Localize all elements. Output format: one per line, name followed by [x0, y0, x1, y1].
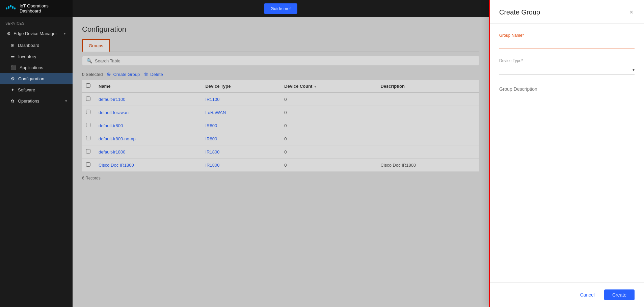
applications-icon: ⬛ — [11, 65, 16, 70]
sidebar-item-label: Software — [18, 87, 35, 92]
select-all-checkbox[interactable] — [86, 83, 90, 88]
search-input[interactable] — [95, 58, 475, 63]
sidebar-item-dashboard[interactable]: ⊞ Dashboard — [0, 40, 73, 51]
sidebar-item-label: Operations — [18, 99, 39, 104]
row-device-type[interactable]: IR1800 — [205, 149, 219, 155]
topbar: Guide me! — [73, 0, 489, 17]
group-description-field — [499, 84, 635, 94]
create-group-button[interactable]: ⊕ Create Group — [107, 71, 140, 77]
row-name[interactable]: Cisco Doc IR1800 — [99, 163, 134, 168]
sidebar-item-label: Inventory — [18, 54, 36, 59]
row-device-type[interactable]: IR800 — [205, 136, 217, 141]
device-type-field: Device Type* IR1100 LoRaWAN IR800 IR1800… — [499, 58, 635, 75]
row-device-count: 0 — [280, 159, 376, 172]
row-checkbox[interactable] — [86, 162, 90, 167]
row-description — [377, 132, 480, 145]
sidebar-item-software[interactable]: ✦ Software — [0, 84, 73, 95]
row-checkbox[interactable] — [86, 96, 90, 101]
content-overlay: Configuration Groups 🔍 0 Selected ⊕ — [73, 17, 489, 307]
table-row: default-ir1800 IR1800 0 — [82, 145, 479, 159]
device-type-label: Device Type* — [499, 58, 635, 63]
create-button[interactable]: Create — [604, 289, 635, 300]
table-row: default-ir1100 IR1100 0 — [82, 92, 479, 106]
sidebar-service-edge-device-manager[interactable]: ⚙ Edge Device Manager ▾ — [1, 28, 71, 39]
cancel-button[interactable]: Cancel — [574, 289, 600, 300]
sidebar-item-operations[interactable]: ✿ Operations ▾ — [0, 95, 73, 107]
sidebar-item-configuration[interactable]: ⚙ Configuration — [0, 73, 73, 84]
col-header-name: Name — [95, 80, 201, 92]
software-icon: ✦ — [11, 87, 15, 92]
selection-count: 0 Selected — [82, 72, 103, 77]
row-checkbox[interactable] — [86, 149, 90, 154]
cisco-logo — [5, 5, 16, 12]
device-type-select-wrap: IR1100 LoRaWAN IR800 IR1800 ▾ — [499, 65, 635, 75]
svg-rect-1 — [8, 6, 9, 9]
group-description-input[interactable] — [499, 84, 635, 94]
operations-icon: ✿ — [11, 99, 15, 104]
col-header-device-type: Device Type — [201, 80, 280, 92]
chevron-down-icon: ▾ — [65, 99, 67, 103]
main-area: Guide me! Configuration Groups 🔍 0 Selec… — [73, 0, 489, 307]
row-description: Cisco Doc IR1800 — [377, 159, 480, 172]
panel-footer: Cancel Create — [490, 282, 644, 307]
create-group-panel: Create Group × Group Name* Device Type* … — [489, 0, 644, 307]
row-checkbox[interactable] — [86, 110, 90, 114]
records-count: 6 Records — [82, 172, 479, 185]
search-wrap: 🔍 — [82, 56, 479, 66]
table-row: default-ir800-no-ap IR800 0 — [82, 132, 479, 145]
services-label: SERVICES — [0, 17, 73, 27]
tab-groups[interactable]: Groups — [82, 39, 110, 52]
row-device-type[interactable]: LoRaWAN — [205, 110, 226, 115]
col-header-device-count[interactable]: Device Count ▼ — [280, 80, 376, 92]
svg-rect-0 — [10, 5, 11, 7]
row-device-count: 0 — [280, 145, 376, 159]
row-device-type[interactable]: IR800 — [205, 123, 217, 128]
row-device-count: 0 — [280, 92, 376, 106]
row-description — [377, 106, 480, 119]
sidebar-item-label: Dashboard — [18, 43, 39, 48]
row-name[interactable]: default-ir1800 — [99, 149, 126, 155]
row-checkbox[interactable] — [86, 123, 90, 127]
table-toolbar: 🔍 — [82, 52, 479, 68]
svg-rect-3 — [12, 6, 14, 9]
row-device-count: 0 — [280, 119, 376, 132]
row-device-type[interactable]: IR1100 — [205, 97, 219, 102]
page-content: Configuration Groups 🔍 0 Selected ⊕ — [73, 17, 489, 307]
dashboard-icon: ⊞ — [11, 43, 15, 48]
service-item-label: Edge Device Manager — [14, 31, 57, 36]
row-description — [377, 119, 480, 132]
page-title: Configuration — [82, 25, 479, 34]
sidebar-item-label: Configuration — [18, 76, 44, 81]
row-description — [377, 92, 480, 106]
plus-circle-icon: ⊕ — [107, 71, 111, 77]
panel-title: Create Group — [499, 8, 540, 16]
row-name[interactable]: default-ir1100 — [99, 97, 126, 102]
table-row: default-lorawan LoRaWAN 0 — [82, 106, 479, 119]
row-description — [377, 145, 480, 159]
row-name[interactable]: default-lorawan — [99, 110, 129, 115]
tabs-bar: Groups — [82, 39, 479, 52]
row-name[interactable]: default-ir800-no-ap — [99, 136, 136, 141]
close-panel-button[interactable]: × — [628, 7, 635, 17]
sidebar-item-applications[interactable]: ⬛ Applications — [0, 62, 73, 73]
row-device-count: 0 — [280, 132, 376, 145]
chevron-down-icon: ▾ — [64, 31, 66, 36]
row-name[interactable]: default-ir800 — [99, 123, 123, 128]
row-checkbox[interactable] — [86, 136, 90, 140]
group-name-field: Group Name* — [499, 33, 635, 49]
row-device-type[interactable]: IR1800 — [205, 163, 219, 168]
col-header-description: Description — [377, 80, 480, 92]
delete-button[interactable]: 🗑 Delete — [144, 72, 163, 77]
group-name-input[interactable] — [499, 39, 635, 49]
chevron-down-icon: ▾ — [633, 67, 635, 72]
svg-rect-2 — [6, 7, 7, 9]
edge-device-icon: ⚙ — [7, 31, 11, 36]
svg-rect-4 — [14, 7, 16, 9]
selection-bar: 0 Selected ⊕ Create Group 🗑 Delete — [82, 68, 479, 80]
sort-icon: ▼ — [314, 85, 317, 88]
device-type-select[interactable]: IR1100 LoRaWAN IR800 IR1800 — [499, 67, 633, 73]
sidebar-item-inventory[interactable]: ☰ Inventory — [0, 51, 73, 62]
guide-me-button[interactable]: Guide me! — [264, 3, 298, 14]
row-device-count: 0 — [280, 106, 376, 119]
table-row: Cisco Doc IR1800 IR1800 0 Cisco Doc IR18… — [82, 159, 479, 172]
